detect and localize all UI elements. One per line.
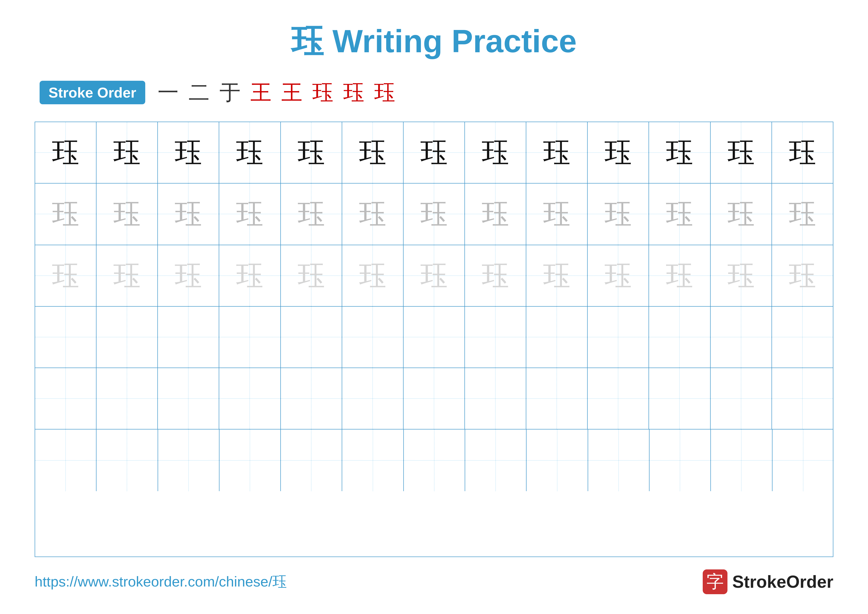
grid-cell: 珏 <box>35 245 96 306</box>
grid-cell: 珏 <box>96 183 158 244</box>
grid-cell <box>649 307 710 368</box>
cell-character: 珏 <box>789 201 816 228</box>
grid-cell: 珏 <box>465 183 526 244</box>
cell-character: 珏 <box>298 262 325 289</box>
brand-name: StrokeOrder <box>732 572 833 592</box>
grid-cell: 珏 <box>96 245 158 306</box>
grid-cell: 珏 <box>465 122 526 183</box>
grid-cell <box>281 429 342 491</box>
grid-cell <box>588 429 649 491</box>
cell-character: 珏 <box>727 201 755 228</box>
grid-cell: 珏 <box>281 245 342 306</box>
stroke-4: 王 <box>250 78 271 107</box>
grid-cell: 珏 <box>342 245 403 306</box>
grid-cell <box>587 368 649 429</box>
cell-character: 珏 <box>604 139 632 166</box>
cell-character: 珏 <box>175 139 202 166</box>
cell-character: 珏 <box>604 262 632 289</box>
grid-cell <box>219 368 281 429</box>
grid-cell: 珏 <box>649 122 710 183</box>
cell-character: 珏 <box>727 262 755 289</box>
stroke-sequence: 一 二 于 王 王 珏 珏 珏 <box>158 78 395 107</box>
footer-brand: 字 StrokeOrder <box>703 569 833 594</box>
cell-character: 珏 <box>236 201 263 228</box>
cell-character: 珏 <box>236 139 263 166</box>
grid-cell: 珏 <box>403 122 465 183</box>
grid-cell <box>403 307 465 368</box>
grid-cell: 珏 <box>649 183 710 244</box>
grid-cell: 珏 <box>158 183 219 244</box>
grid-cell: 珏 <box>465 245 526 306</box>
grid-cell <box>35 368 96 429</box>
cell-character: 珏 <box>420 201 448 228</box>
cell-character: 珏 <box>359 139 386 166</box>
grid-cell <box>158 307 219 368</box>
grid-cell: 珏 <box>219 183 281 244</box>
cell-character: 珏 <box>113 262 141 289</box>
grid-cell: 珏 <box>772 122 833 183</box>
stroke-3: 于 <box>220 78 240 107</box>
grid-cell <box>96 368 158 429</box>
cell-character: 珏 <box>113 139 141 166</box>
grid-cell: 珏 <box>587 122 649 183</box>
grid-cell: 珏 <box>35 183 96 244</box>
grid-cell: 珏 <box>342 183 403 244</box>
grid-cell <box>220 429 281 491</box>
cell-character: 珏 <box>543 139 570 166</box>
grid-cell <box>649 368 710 429</box>
grid-cell: 珏 <box>526 245 587 306</box>
grid-cell: 珏 <box>587 183 649 244</box>
grid-cell <box>587 307 649 368</box>
grid-cell: 珏 <box>219 122 281 183</box>
grid-row-2: 珏珏珏珏珏珏珏珏珏珏珏珏珏 <box>35 245 833 307</box>
grid-cell <box>465 307 526 368</box>
grid-cell: 珏 <box>403 245 465 306</box>
cell-character: 珏 <box>236 262 263 289</box>
grid-cell: 珏 <box>158 122 219 183</box>
cell-character: 珏 <box>420 139 448 166</box>
grid-cell: 珏 <box>158 245 219 306</box>
grid-cell <box>342 368 403 429</box>
cell-character: 珏 <box>175 262 202 289</box>
cell-character: 珏 <box>666 262 693 289</box>
cell-character: 珏 <box>482 201 509 228</box>
grid-cell <box>96 429 158 491</box>
grid-cell <box>342 307 403 368</box>
grid-cell: 珏 <box>772 245 833 306</box>
grid-cell: 珏 <box>711 245 772 306</box>
grid-cell: 珏 <box>342 122 403 183</box>
grid-cell <box>711 429 772 491</box>
grid-cell: 珏 <box>219 245 281 306</box>
grid-cell <box>342 429 403 491</box>
grid-cell: 珏 <box>526 122 587 183</box>
footer-url[interactable]: https://www.strokeorder.com/chinese/珏 <box>35 572 287 591</box>
stroke-8: 珏 <box>374 78 395 107</box>
cell-character: 珏 <box>789 262 816 289</box>
grid-cell <box>711 368 772 429</box>
grid-cell <box>465 429 527 491</box>
cell-character: 珏 <box>52 262 79 289</box>
grid-cell <box>711 307 772 368</box>
cell-character: 珏 <box>543 262 570 289</box>
grid-cell <box>96 307 158 368</box>
stroke-5: 王 <box>281 78 302 107</box>
stroke-order-row: Stroke Order 一 二 于 王 王 珏 珏 珏 <box>35 78 833 107</box>
brand-icon: 字 <box>703 569 727 594</box>
cell-character: 珏 <box>359 201 386 228</box>
grid-cell <box>281 307 342 368</box>
grid-cell <box>403 368 465 429</box>
cell-character: 珏 <box>175 201 202 228</box>
practice-grid: 珏珏珏珏珏珏珏珏珏珏珏珏珏珏珏珏珏珏珏珏珏珏珏珏珏珏珏珏珏珏珏珏珏珏珏珏珏珏珏 <box>35 121 833 557</box>
grid-cell <box>772 429 834 491</box>
grid-cell: 珏 <box>711 183 772 244</box>
cell-character: 珏 <box>52 201 79 228</box>
stroke-7: 珏 <box>343 78 364 107</box>
grid-cell: 珏 <box>403 183 465 244</box>
grid-row-1: 珏珏珏珏珏珏珏珏珏珏珏珏珏 <box>35 183 833 245</box>
cell-character: 珏 <box>666 201 693 228</box>
grid-cell: 珏 <box>281 122 342 183</box>
grid-cell <box>526 368 587 429</box>
cell-character: 珏 <box>298 139 325 166</box>
grid-cell <box>404 429 465 491</box>
grid-cell: 珏 <box>96 122 158 183</box>
